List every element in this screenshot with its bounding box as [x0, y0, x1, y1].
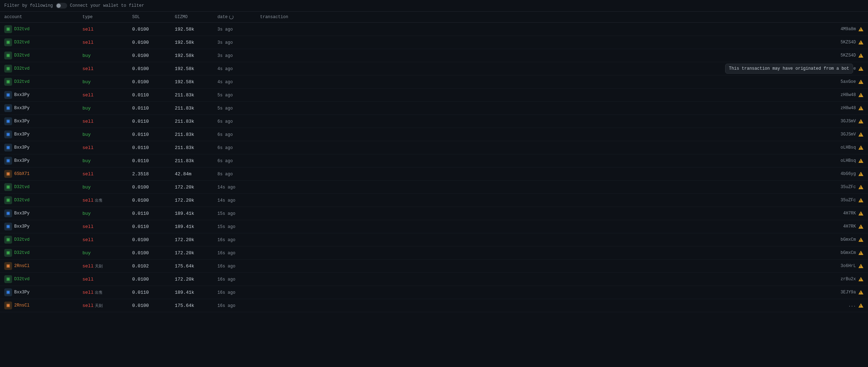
tx-hash[interactable]: 4bG6yg — [841, 171, 856, 176]
avatar-icon — [6, 79, 11, 84]
account-label[interactable]: Bxx3Py — [14, 92, 29, 97]
account-cell: Bxx3Py — [0, 207, 78, 220]
tx-cell: zH8w48 — [256, 89, 868, 102]
tx-hash[interactable]: 3EJY9a — [841, 290, 856, 295]
tx-hash[interactable]: zrBu2x — [841, 277, 856, 282]
tx-hash[interactable]: 5KZS4D — [841, 40, 856, 45]
account-label[interactable]: 6SbX71 — [14, 171, 29, 176]
svg-rect-23 — [7, 173, 9, 175]
tx-hash[interactable]: 5KZS4D — [841, 53, 856, 58]
tx-hash[interactable]: ... — [848, 303, 856, 308]
bot-warning-icon[interactable] — [858, 158, 864, 164]
bot-warning-icon[interactable] — [858, 26, 864, 32]
bot-warning-icon[interactable] — [858, 105, 864, 111]
gizmo-value: 189.41k — [175, 290, 194, 295]
account-label[interactable]: D32tvd — [14, 66, 29, 71]
svg-rect-27 — [7, 199, 9, 201]
tx-hash[interactable]: zH8w48 — [841, 106, 856, 111]
bot-warning-icon[interactable] — [858, 171, 864, 177]
account-label[interactable]: Bxx3Py — [14, 158, 29, 163]
sol-cell: 0.0110 — [128, 102, 171, 115]
bot-warning-icon[interactable] — [858, 145, 864, 150]
type-label: sell — [82, 119, 93, 124]
account-label[interactable]: D32tvd — [14, 185, 29, 190]
tx-hash[interactable]: 4H7RK — [843, 211, 856, 216]
account-label[interactable]: D32tvd — [14, 79, 29, 84]
tx-hash[interactable]: 35uZFc — [841, 185, 856, 190]
bot-warning-icon[interactable] — [858, 118, 864, 124]
account-label[interactable]: Bxx3Py — [14, 119, 29, 124]
account-label[interactable]: 2RnsCl — [14, 303, 29, 308]
tx-hash[interactable]: 4H7RK — [843, 224, 856, 229]
tx-cell: 3o6HrL — [256, 260, 868, 273]
refresh-icon[interactable] — [229, 15, 233, 19]
date-value: 14s ago — [217, 185, 235, 190]
tx-hash[interactable]: bGmxCm — [841, 250, 856, 255]
account-label[interactable]: Bxx3Py — [14, 290, 29, 295]
bot-warning-icon[interactable] — [858, 211, 864, 216]
bot-warning-icon[interactable] — [858, 263, 864, 269]
bot-warning-icon[interactable] — [858, 237, 864, 243]
date-value: 4s ago — [217, 80, 233, 85]
bot-warning-icon[interactable] — [858, 276, 864, 282]
bot-warning-icon[interactable] — [858, 39, 864, 45]
bot-warning-icon[interactable] — [858, 250, 864, 256]
gizmo-value: 42.84m — [175, 171, 192, 177]
account-label[interactable]: Bxx3Py — [14, 106, 29, 111]
sol-value: 0.0110 — [132, 119, 149, 124]
tx-hash[interactable]: oLHBsq — [841, 158, 856, 163]
tx-hash[interactable]: oLHBsq — [841, 145, 856, 150]
bot-warning-icon[interactable] — [858, 289, 864, 295]
tx-hash[interactable]: 3GJSmV — [841, 132, 856, 137]
account-label[interactable]: D32tvd — [14, 27, 29, 32]
svg-rect-3 — [7, 41, 9, 43]
tx-hash[interactable]: 5axGoe — [841, 79, 856, 84]
account-label[interactable]: D32tvd — [14, 250, 29, 255]
tx-hash[interactable]: bGmxCm — [841, 237, 856, 242]
col-header-sol: SOL — [128, 12, 171, 23]
date-cell: 3s ago — [213, 49, 256, 62]
warning-triangle — [858, 119, 863, 123]
sol-value: 0.0100 — [132, 185, 149, 190]
account-label[interactable]: D32tvd — [14, 53, 29, 58]
type-label: sell — [82, 145, 93, 150]
bot-warning-icon[interactable] — [858, 66, 864, 71]
bot-warning-icon[interactable] — [858, 197, 864, 203]
avatar-icon — [6, 237, 11, 242]
svg-rect-25 — [7, 186, 9, 188]
bot-warning-icon[interactable] — [858, 303, 864, 308]
account-label[interactable]: D32tvd — [14, 277, 29, 282]
account-label[interactable]: D32tvd — [14, 237, 29, 242]
account-label[interactable]: Bxx3Py — [14, 224, 29, 229]
tx-hash[interactable]: 3GJSmV — [841, 119, 856, 124]
tx-hash[interactable]: 3o6HrL — [841, 264, 856, 268]
date-value: 6s ago — [217, 119, 233, 124]
account-cell: Bxx3Py — [0, 286, 78, 299]
account-label[interactable]: Bxx3Py — [14, 145, 29, 150]
tx-hash[interactable]: 35uZFc — [841, 198, 856, 203]
col-header-transaction: transaction — [256, 12, 868, 23]
type-label: sell — [82, 264, 93, 269]
bot-warning-icon[interactable] — [858, 184, 864, 190]
filter-toggle[interactable] — [56, 3, 67, 9]
sol-value: 0.0110 — [132, 145, 149, 150]
warning-triangle — [858, 238, 863, 242]
bot-warning-icon[interactable] — [858, 224, 864, 229]
account-label[interactable]: D32tvd — [14, 40, 29, 45]
account-cell: Bxx3Py — [0, 220, 78, 233]
tx-cell: 5axGoe This transaction may have origina… — [256, 62, 868, 75]
account-label[interactable]: D32tvd — [14, 198, 29, 203]
svg-rect-1 — [7, 28, 9, 30]
gizmo-cell: 192.58k — [171, 75, 213, 89]
tx-hash[interactable]: zH8w48 — [841, 92, 856, 97]
tx-hash[interactable]: 4M9a8m — [841, 27, 856, 32]
bot-warning-icon[interactable] — [858, 132, 864, 137]
bot-warning-icon[interactable] — [858, 79, 864, 85]
account-cell: D32tvd — [0, 194, 78, 207]
account-label[interactable]: Bxx3Py — [14, 132, 29, 137]
bot-warning-icon[interactable] — [858, 53, 864, 58]
account-label[interactable]: Bxx3Py — [14, 211, 29, 216]
tx-hash[interactable]: 5axGoe — [841, 66, 856, 71]
account-label[interactable]: 2RnsCl — [14, 264, 29, 268]
bot-warning-icon[interactable] — [858, 92, 864, 98]
